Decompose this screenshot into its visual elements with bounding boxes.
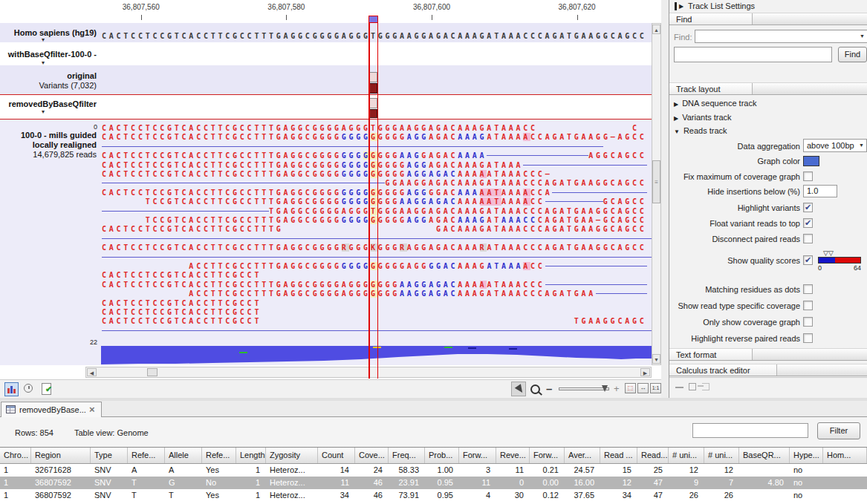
highlight-reverse-paired-reads-checkbox[interactable] — [803, 333, 813, 343]
float-variant-reads-to-top-checkbox[interactable]: ✔ — [803, 218, 813, 228]
table-row[interactable]: 136807592SNVTTYes1Heteroz...344673.910.9… — [0, 489, 867, 502]
zoom-slider-thumb[interactable] — [602, 385, 608, 392]
read-row[interactable]: CACTCCTCCGTCACCTTCGCCTTTGAGGCGGGGGGGGGGG… — [102, 151, 647, 160]
tab-close-icon[interactable]: × — [89, 404, 95, 415]
horizontal-scroll-thumb[interactable] — [147, 368, 158, 376]
table-header-cell[interactable]: Reve... — [496, 448, 530, 463]
panel-splitter[interactable] — [661, 0, 669, 398]
vertical-scrollbar[interactable]: ▲ ≡ ▼ — [652, 23, 661, 365]
table-header-cell[interactable]: Type — [91, 448, 128, 463]
read-row[interactable]: CACTCCTCCGTCACCTTCGCCTTTGAGGCGGGGAGGGTGG… — [102, 123, 640, 132]
scroll-up-button[interactable]: ▲ — [652, 24, 660, 34]
show-quality-scores-checkbox[interactable]: ✔ — [803, 255, 813, 265]
read-row[interactable]: CACTCCTCCGTCACCTTCGCCTTGAAGGCAGC — [102, 316, 647, 325]
dock-panel-icon[interactable] — [702, 383, 709, 390]
read-row[interactable]: TCCGTCACCTTCGCCTTTGAGGCGGGGGGGGGGGGGAGGA… — [146, 215, 647, 224]
read-row[interactable]: CACTCCTCCGTCACCTTCGCCT — [102, 270, 262, 279]
only-show-coverage-graph-checkbox[interactable] — [803, 317, 813, 327]
find-button[interactable]: Find — [838, 47, 867, 62]
filter-button[interactable]: Filter — [817, 422, 860, 439]
layout-item-reads-track[interactable]: ▼Reads track — [674, 126, 860, 137]
table-header-cell[interactable]: Cove... — [355, 448, 389, 463]
layout-item-variants-track[interactable]: ▶Variants track — [674, 113, 860, 124]
collapse-arrow-icon[interactable]: ▼ — [674, 128, 680, 135]
highlight-variants-checkbox[interactable]: ✔ — [803, 203, 813, 212]
read-row[interactable] — [102, 252, 652, 261]
table-header-cell[interactable]: Hype... — [790, 448, 823, 463]
read-row[interactable]: CACTCCTCCGTCACCTTCGCCTTTGAGGCGGGGAGGGGGG… — [102, 280, 647, 289]
data-aggregation-dropdown[interactable]: above 100bp▼ — [803, 139, 867, 152]
read-row[interactable]: CACTCCTCCGTCACCTTCGCCTTTGAGGCGGGGGGGGGGG… — [102, 169, 552, 178]
track-layout-section-header[interactable]: Track layout — [669, 82, 867, 95]
layout-item-dna-sequence-track[interactable]: ▶DNA sequence track — [674, 99, 860, 110]
read-row[interactable]: TCCGTCACCTTCGCCTTTGAGGCGGGGGGGGGGGGAAGGA… — [146, 197, 647, 206]
filter-input[interactable] — [692, 423, 808, 438]
zoom-to-selection-button[interactable]: ⬚ — [625, 383, 636, 393]
show-read-type-specific-coverage-checkbox[interactable] — [803, 301, 813, 310]
table-header-cell[interactable]: Read... — [637, 448, 669, 463]
tab-removedbybase[interactable]: removedByBase... × — [1, 402, 102, 417]
fix-maximum-of-coverage-graph-checkbox[interactable] — [803, 171, 813, 181]
table-row[interactable]: 136807592SNVTGNo1Heteroz...114623.910.95… — [0, 477, 867, 489]
quality-slider-handle[interactable]: ▽▽ — [823, 249, 834, 257]
table-header-cell[interactable]: # uni... — [704, 448, 739, 463]
disconnect-paired-reads-checkbox[interactable] — [803, 234, 813, 243]
variant-box[interactable] — [369, 109, 377, 118]
table-header-cell[interactable]: # uni... — [669, 448, 704, 463]
expand-arrow-icon[interactable]: ▶ — [674, 101, 678, 108]
read-row[interactable]: ACCTTCGCCTTTGAGGCGGGGGGGGGGGGGAGGGGACAAA… — [189, 261, 646, 270]
scroll-right-button[interactable]: ▶ — [640, 368, 650, 376]
read-row[interactable] — [102, 234, 652, 243]
scroll-down-button[interactable]: ▼ — [652, 354, 660, 364]
matching-residues-as-dots-checkbox[interactable] — [803, 284, 813, 294]
table-header-cell[interactable]: Allele — [165, 448, 202, 463]
table-header-cell[interactable]: BaseQR... — [739, 448, 790, 463]
fit-width-button[interactable]: ↔ — [637, 383, 649, 393]
table-header-cell[interactable]: Zygosity — [266, 448, 318, 463]
table-header-cell[interactable]: Chro... — [0, 448, 31, 463]
table-header-cell[interactable]: Aver... — [565, 448, 600, 463]
collapse-panel-icon[interactable] — [675, 387, 683, 388]
one-to-one-button[interactable]: 1:1 — [650, 383, 661, 393]
zoom-tool-button[interactable] — [528, 382, 543, 396]
expand-arrow-icon[interactable]: ▶ — [674, 115, 678, 122]
vertical-scroll-thumb[interactable]: ≡ — [652, 160, 660, 203]
table-header-cell[interactable]: Region — [31, 448, 91, 463]
read-row[interactable] — [102, 142, 603, 151]
text-format-section-header[interactable]: Text format — [669, 348, 867, 361]
read-row[interactable]: CACTCCTCCGTCACCTTCGCCT — [102, 307, 262, 316]
table-header-cell[interactable]: Count — [318, 448, 355, 463]
table-header-cell[interactable]: Read ... — [600, 448, 637, 463]
variant-box[interactable] — [369, 98, 377, 108]
element-info-view-button[interactable]: ✔ — [40, 382, 54, 396]
read-row[interactable]: CACTCCTCCGTCACCTTCGCCTTTGGACAAAGATAAACCC… — [102, 224, 647, 233]
hide-insertions-below--field[interactable]: 1.0 — [803, 185, 837, 197]
find-field[interactable] — [674, 47, 832, 62]
table-header-cell[interactable]: Refe... — [128, 448, 165, 463]
scroll-left-button[interactable]: ◀ — [87, 368, 97, 376]
table-header-cell[interactable]: Forw... — [459, 448, 496, 463]
pointer-tool-button[interactable] — [511, 382, 526, 396]
track-dropdown-arrow-icon[interactable]: ▾ — [42, 60, 45, 66]
history-view-button[interactable] — [22, 382, 36, 396]
graph-color-swatch[interactable] — [803, 156, 819, 166]
read-row[interactable]: ACCTTCGCCTTTGAGGCGGGGAGGGGGGGAAGGAGACAAA… — [189, 289, 646, 298]
read-row[interactable]: CACTCCTCCGTCACCTTCGCCT — [102, 298, 262, 307]
track-dropdown-arrow-icon[interactable]: ▾ — [42, 109, 45, 115]
table-row[interactable]: 132671628SNVAAYes1Heteroz...142458.331.0… — [0, 464, 867, 477]
zoom-in-button[interactable]: + — [614, 383, 623, 395]
table-header-cell[interactable]: Freq... — [389, 448, 425, 463]
table-header-cell[interactable]: Length — [236, 448, 266, 463]
read-row[interactable]: CACTCCTCCGTCACCTTCGCCTTTGAGGCGGGGGGGGGGG… — [102, 188, 647, 197]
read-row[interactable] — [102, 326, 652, 335]
find-combo[interactable]: ▼ — [695, 30, 867, 43]
table-header-cell[interactable]: Refe... — [202, 448, 236, 463]
selection-marker[interactable] — [368, 16, 378, 23]
variant-box[interactable] — [369, 83, 377, 94]
track-dropdown-arrow-icon[interactable]: ▾ — [42, 37, 45, 43]
read-row[interactable]: CACTCCTCCGTCACCTTCGCCTTTGAGGCGGGGRGGGKGG… — [102, 243, 647, 252]
table-header-cell[interactable]: Hom... — [823, 448, 867, 463]
read-row[interactable]: CACTCCTCCGTCACCTTCGCCTTTGAGGCGGGGGGGGGGG… — [102, 132, 647, 141]
side-panel-header[interactable]: ▶ Track List Settings — [669, 0, 867, 13]
graph-view-mode-button[interactable] — [4, 382, 19, 396]
